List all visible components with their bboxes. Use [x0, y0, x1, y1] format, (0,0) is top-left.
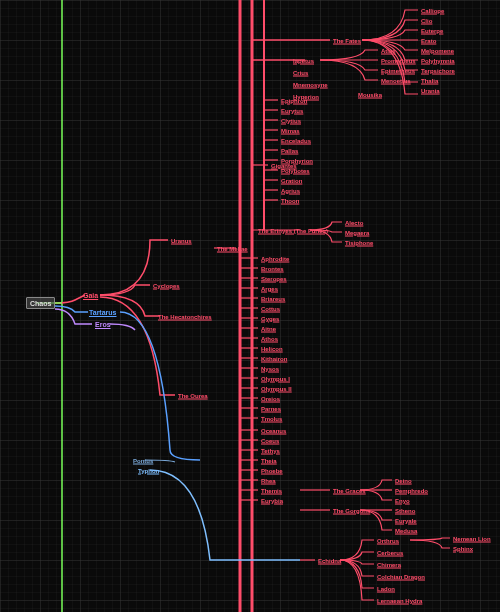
- node-item[interactable]: Tethys: [258, 446, 283, 455]
- node-item[interactable]: Melpomene: [418, 46, 457, 55]
- node-item[interactable]: Tmolus: [258, 414, 285, 423]
- node-item[interactable]: Orthrus: [374, 536, 402, 545]
- node-item[interactable]: Prometheus: [378, 56, 419, 65]
- node-item[interactable]: Enceladus: [278, 136, 314, 145]
- node-item[interactable]: Rhea: [258, 476, 279, 485]
- node-item[interactable]: Oceanus: [258, 426, 289, 435]
- node-item[interactable]: Clytius: [278, 116, 304, 125]
- node-item[interactable]: Polybotes: [278, 166, 313, 175]
- node-item[interactable]: Themis: [258, 486, 285, 495]
- node-hecatonchires[interactable]: The Hecatonchires: [155, 312, 215, 321]
- node-item[interactable]: Cerberus: [374, 548, 406, 557]
- node-item[interactable]: Cottus: [258, 304, 283, 313]
- node-item[interactable]: Medusa: [392, 526, 420, 535]
- node-uranus[interactable]: Uranus: [168, 236, 195, 245]
- node-item[interactable]: Brontes: [258, 264, 287, 273]
- node-item[interactable]: Kithairon: [258, 354, 290, 363]
- node-item[interactable]: Chimera: [374, 560, 404, 569]
- node-item[interactable]: Olympus II: [258, 384, 295, 393]
- node-item[interactable]: Epimetheus: [378, 66, 418, 75]
- node-item[interactable]: Atlas: [378, 46, 399, 55]
- node-item[interactable]: Phoebe: [258, 466, 286, 475]
- node-item[interactable]: Briareus: [258, 294, 288, 303]
- node-item[interactable]: Coeus: [258, 436, 282, 445]
- node-item[interactable]: Mimas: [278, 126, 303, 135]
- node-item[interactable]: Olympus I: [258, 374, 293, 383]
- node-item[interactable]: Clio: [418, 16, 435, 25]
- node-item[interactable]: Calliope: [418, 6, 447, 15]
- node-pontus[interactable]: Pontus: [130, 456, 156, 465]
- node-tartarus[interactable]: Tartarus: [86, 307, 120, 317]
- node-titan[interactable]: Mnemosyne: [290, 80, 331, 89]
- node-item[interactable]: Sphinx: [450, 544, 476, 553]
- node-erinyes[interactable]: The Erinyes (The Furies): [255, 226, 331, 235]
- node-item[interactable]: Gration: [278, 176, 305, 185]
- node-item[interactable]: Gyges: [258, 314, 282, 323]
- node-muses[interactable]: Mousika: [355, 90, 385, 99]
- node-eros[interactable]: Eros: [92, 319, 114, 329]
- node-item[interactable]: Steropes: [258, 274, 290, 283]
- node-ourea[interactable]: The Ourea: [175, 391, 211, 400]
- node-graces[interactable]: The Graces: [330, 486, 369, 495]
- node-item[interactable]: Epiphron: [278, 96, 310, 105]
- node-fates[interactable]: The Fates: [330, 36, 364, 45]
- node-item[interactable]: Urania: [418, 86, 443, 95]
- node-item[interactable]: Athos: [258, 334, 281, 343]
- node-item[interactable]: Terpsichore: [418, 66, 458, 75]
- node-item[interactable]: Agrius: [278, 186, 303, 195]
- node-gorgons[interactable]: The Gorgons: [330, 506, 373, 515]
- node-item[interactable]: Thoon: [278, 196, 302, 205]
- node-item[interactable]: Erato: [418, 36, 439, 45]
- node-item[interactable]: Colchian Dragon: [374, 572, 428, 581]
- node-item[interactable]: Menoetius: [378, 76, 414, 85]
- node-titan[interactable]: Crius: [290, 68, 311, 77]
- diagram-canvas: Chaos Gaia Tartarus Eros Uranus Pontus T…: [0, 0, 500, 612]
- node-meliae[interactable]: The Meliae: [214, 244, 251, 253]
- node-item[interactable]: Parnes: [258, 404, 284, 413]
- node-item[interactable]: Thalia: [418, 76, 441, 85]
- node-item[interactable]: Euterpe: [418, 26, 446, 35]
- node-item[interactable]: Pemphredo: [392, 486, 431, 495]
- node-item[interactable]: Deino: [392, 476, 415, 485]
- node-item[interactable]: Eurytus: [278, 106, 306, 115]
- node-item[interactable]: Ladon: [374, 584, 398, 593]
- node-item[interactable]: Oreios: [258, 394, 283, 403]
- node-item[interactable]: Alecto: [342, 218, 366, 227]
- node-item[interactable]: Stheno: [392, 506, 418, 515]
- node-item[interactable]: Nysos: [258, 364, 282, 373]
- node-item[interactable]: Helicon: [258, 344, 286, 353]
- node-item[interactable]: Aitne: [258, 324, 279, 333]
- node-titan[interactable]: Iapetus: [290, 56, 317, 65]
- node-item[interactable]: Euryale: [392, 516, 420, 525]
- node-item[interactable]: Megaera: [342, 228, 372, 237]
- node-echidna[interactable]: Echidna: [315, 556, 344, 565]
- node-item[interactable]: Tisiphone: [342, 238, 376, 247]
- node-typhon[interactable]: Typhon: [135, 466, 162, 475]
- node-item[interactable]: Polyhymnia: [418, 56, 458, 65]
- node-item[interactable]: Theia: [258, 456, 280, 465]
- node-item[interactable]: Arges: [258, 284, 281, 293]
- node-cyclopes[interactable]: Cyclopes: [150, 281, 183, 290]
- node-item[interactable]: Aphrodite: [258, 254, 292, 263]
- node-item[interactable]: Pallas: [278, 146, 301, 155]
- node-item[interactable]: Enyo: [392, 496, 413, 505]
- node-item[interactable]: Porphyrion: [278, 156, 316, 165]
- node-item[interactable]: Lernaean Hydra: [374, 596, 425, 605]
- node-chaos[interactable]: Chaos: [26, 297, 55, 309]
- node-gaia[interactable]: Gaia: [80, 290, 101, 300]
- node-item[interactable]: Nemean Lion: [450, 534, 494, 543]
- node-item[interactable]: Eurybia: [258, 496, 286, 505]
